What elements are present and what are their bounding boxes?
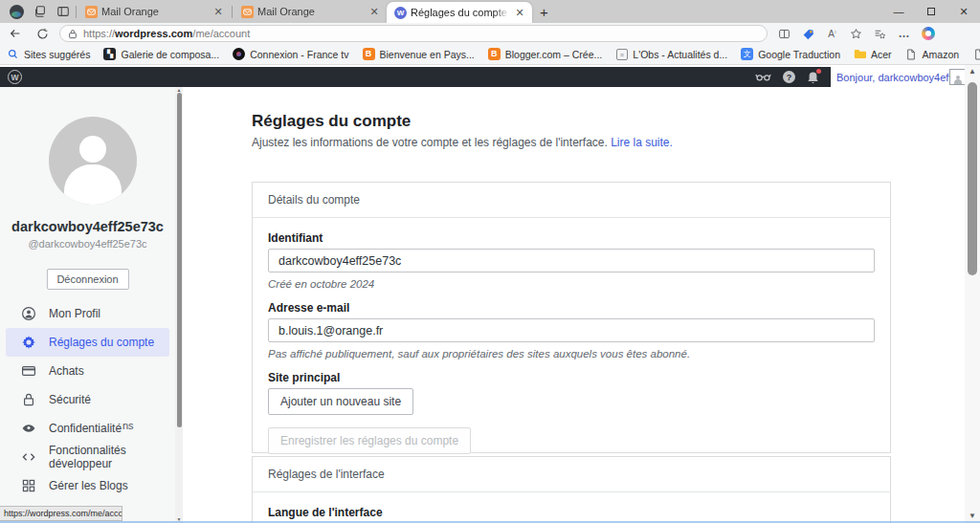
close-icon[interactable]: ✕ xyxy=(212,6,225,18)
page-icon xyxy=(905,48,918,60)
close-icon[interactable]: ✕ xyxy=(513,7,526,19)
account-details-card: Détails du compte Identifiant Créé en oc… xyxy=(252,182,891,453)
workspaces-icon[interactable] xyxy=(29,1,52,22)
username-label: Identifiant xyxy=(268,231,875,245)
save-account-settings-button[interactable]: Enregistrer les réglages du compte xyxy=(268,427,471,454)
bookmark-item[interactable]: ▚ Galerie de composa... xyxy=(97,48,226,60)
browser-logo-icon[interactable] xyxy=(4,1,29,22)
scroll-down-icon[interactable]: ▼ xyxy=(175,516,183,523)
email-hint: Pas affiché publiquement, sauf aux propr… xyxy=(268,348,875,360)
close-icon[interactable]: ✕ xyxy=(368,6,381,18)
status-bar-url: https://wordpress.com/me/account xyxy=(0,506,122,521)
page-icon xyxy=(972,48,980,60)
sidebar-item-gerer-les-blogs[interactable]: Gérer les Blogs xyxy=(0,471,175,500)
user-icon xyxy=(21,306,36,321)
sidebar-item-achats[interactable]: Achats xyxy=(0,357,175,385)
shopping-tag-icon[interactable] xyxy=(797,23,819,44)
page-scrollbar[interactable]: ▲ ▼ xyxy=(965,65,980,523)
tab-strip: Mail Orange ✕ Mail Orange ✕ W Réglages d… xyxy=(0,0,980,23)
main-content: Réglages du compte Ajustez les informati… xyxy=(183,87,965,523)
browser-window: Mail Orange ✕ Mail Orange ✕ W Réglages d… xyxy=(0,0,980,523)
tab-actions-icon[interactable] xyxy=(52,1,75,22)
tab-title: Mail Orange xyxy=(101,6,208,17)
code-icon xyxy=(21,449,36,465)
blogger-icon: B xyxy=(363,48,375,60)
logout-button[interactable]: Déconnexion xyxy=(46,269,128,290)
interface-settings-card: Réglages de l'interface Langue de l'inte… xyxy=(252,456,891,523)
settings-more-icon[interactable]: … xyxy=(893,23,915,44)
tab-title: Mail Orange xyxy=(257,6,364,17)
back-icon[interactable] xyxy=(4,24,27,43)
tab-wordpress-active[interactable]: W Réglages du compte — WordPres ✕ xyxy=(387,2,532,23)
avatar[interactable] xyxy=(949,69,966,85)
browser-toolbar: https://wordpress.com/me/account A⁾ … xyxy=(0,23,980,44)
bookmark-item[interactable]: ≡ L'Obs - Actualités d... xyxy=(609,48,734,60)
address-bar[interactable]: https://wordpress.com/me/account xyxy=(59,25,768,42)
page-title: Réglages du compte xyxy=(252,112,411,131)
gallery-icon: ▚ xyxy=(103,48,116,60)
eye-icon xyxy=(21,421,36,436)
scroll-up-icon[interactable]: ▲ xyxy=(965,65,980,78)
favorite-star-icon[interactable] xyxy=(845,23,867,44)
bookmark-item[interactable]: Amazon xyxy=(899,48,967,60)
mail-orange-icon xyxy=(241,6,254,18)
wordpress-icon: W xyxy=(394,7,407,19)
close-window-button[interactable]: ✕ xyxy=(947,0,980,23)
reader-glasses-icon[interactable] xyxy=(755,71,771,83)
refresh-icon[interactable] xyxy=(31,24,54,43)
username-hint: Créé en octobre 2024 xyxy=(268,278,875,290)
email-field[interactable] xyxy=(268,318,875,342)
scrollbar-thumb[interactable] xyxy=(968,82,977,275)
maximize-button[interactable] xyxy=(915,0,947,23)
sidebar-username: darkcowboy4eff25e73c xyxy=(0,219,175,234)
folder-icon xyxy=(854,48,866,60)
sidebar-item-confidentialite[interactable]: Confidentialité xyxy=(0,414,175,443)
section-header: Détails du compte xyxy=(253,183,890,218)
lock-icon xyxy=(21,392,36,407)
add-site-button[interactable]: Ajouter un nouveau site xyxy=(268,388,413,415)
section-header: Réglages de l'interface xyxy=(253,457,890,492)
new-tab-button[interactable]: + xyxy=(540,4,548,20)
sidebar-item-partial[interactable]: ns xyxy=(122,420,134,431)
blogger-icon: B xyxy=(488,48,501,60)
bookmark-item[interactable]: Connexion - France tv xyxy=(226,48,355,60)
notification-dot xyxy=(816,69,821,74)
scroll-down-icon[interactable]: ▼ xyxy=(965,510,980,523)
sidebar-item-fonctionnalites-developpeur[interactable]: Fonctionnalités développeur xyxy=(0,443,175,471)
split-screen-icon[interactable] xyxy=(773,23,795,44)
bookmark-item[interactable]: Acer xyxy=(847,48,899,60)
france-tv-icon xyxy=(233,48,245,60)
sidebar-item-securite[interactable]: Sécurité xyxy=(0,385,175,414)
google-translate-icon: 文 xyxy=(741,48,753,60)
language-label: Langue de l'interface xyxy=(268,506,875,519)
help-icon[interactable]: ? xyxy=(783,71,795,83)
profile-sidebar: darkcowboy4eff25e73c @darkcowboy4eff25e7… xyxy=(0,87,175,523)
search-icon xyxy=(7,48,19,60)
username-field[interactable] xyxy=(268,249,875,272)
lobs-icon: ≡ xyxy=(615,48,628,60)
sidebar-scrollbar[interactable]: ▲ ▼ xyxy=(175,87,183,523)
tab-separator xyxy=(232,6,233,18)
bookmark-item[interactable]: Sites suggérés xyxy=(0,48,97,60)
primary-site-label: Site principal xyxy=(268,371,875,384)
tab-mail-orange-1[interactable]: Mail Orange ✕ xyxy=(78,2,231,21)
read-aloud-icon[interactable]: A⁾ xyxy=(821,23,843,44)
wordpress-logo-icon[interactable]: W xyxy=(8,70,22,84)
gear-icon xyxy=(21,335,36,350)
bookmark-item[interactable]: B Bienvenue en Pays... xyxy=(356,48,481,60)
favorites-hub-icon[interactable] xyxy=(869,23,891,44)
copilot-icon[interactable] xyxy=(917,23,939,44)
bookmark-item[interactable]: Booking.com xyxy=(966,48,980,60)
tab-mail-orange-2[interactable]: Mail Orange ✕ xyxy=(234,2,387,21)
scrollbar-thumb[interactable] xyxy=(177,93,182,427)
bookmark-item[interactable]: 文 Google Traduction xyxy=(734,48,847,60)
toolbar-right-icons: A⁾ … xyxy=(773,23,939,44)
notifications-bell-icon[interactable] xyxy=(807,71,819,84)
page-viewport: W ? Bonjour, darkcowboy4eff25e73c ▲ ▼ da… xyxy=(0,65,980,523)
bookmark-item[interactable]: B Blogger.com – Crée... xyxy=(481,48,610,60)
sidebar-item-reglages-du-compte[interactable]: Réglages du compte xyxy=(6,328,169,357)
minimize-button[interactable]: — xyxy=(882,0,915,23)
sidebar-item-mon-profil[interactable]: Mon Profil xyxy=(0,299,175,328)
bookmarks-bar: Sites suggérés ▚ Galerie de composa... C… xyxy=(0,44,980,65)
read-more-link[interactable]: Lire la suite. xyxy=(611,136,673,149)
